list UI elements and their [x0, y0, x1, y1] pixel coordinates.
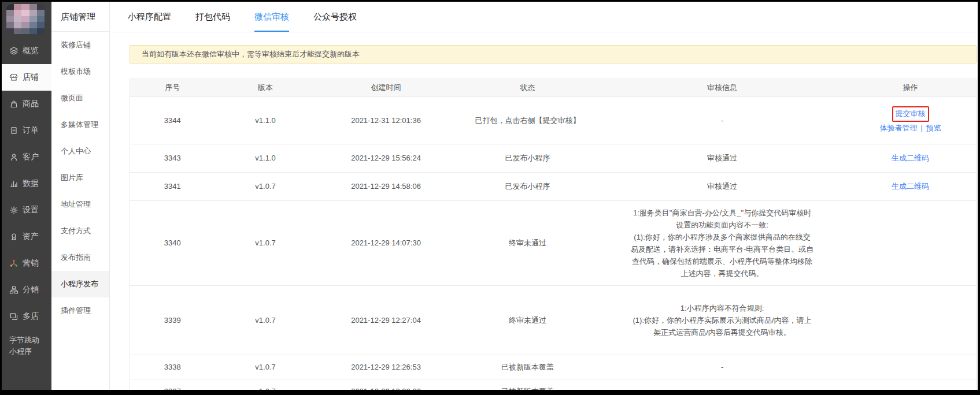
submenu-item[interactable]: 个人中心: [51, 138, 109, 165]
multi-store-icon: [9, 312, 19, 321]
preview-link[interactable]: 预览: [926, 124, 941, 132]
tab-bar: 小程序配置打包代码微信审核公众号授权: [110, 2, 978, 32]
tester-management-link[interactable]: 体验者管理: [879, 124, 917, 132]
actions-cell: 提交审核体验者管理|预览: [845, 96, 976, 144]
annotation-box: 提交审核: [892, 106, 929, 122]
actions-cell: 生成二维码: [845, 172, 976, 200]
audit-cell: -: [600, 355, 845, 379]
submenu-item[interactable]: 多媒体管理: [51, 111, 109, 138]
column-header: 版本: [215, 79, 316, 96]
primary-sidebar: 概览店铺商品订单客户数据设置资产营销分销多店字节跳动小程序: [2, 2, 51, 390]
secondary-nav: 装修店铺模板市场微页面多媒体管理个人中心图片库地址管理支付方式发布指南小程序发布…: [51, 32, 109, 324]
audit-cell: 1:服务类目"商家自营-办公/文具_"与你提交代码审核时 设置的功能页面内容不一…: [600, 200, 845, 285]
submenu-item[interactable]: 支付方式: [51, 218, 109, 244]
version-cell: v1.0.7: [215, 355, 316, 379]
id-cell: 3341: [130, 172, 215, 200]
avatar: [6, 4, 45, 34]
sidebar-item-multi-store[interactable]: 多店: [2, 303, 51, 330]
table-row: 3338v1.0.72021-12-29 12:26:53已被新版本覆盖-: [130, 355, 976, 379]
submenu-item[interactable]: 插件管理: [51, 297, 109, 324]
sidebar-item-bar-chart[interactable]: 数据: [2, 170, 51, 197]
warning-banner-text: 当前如有版本还在微信审核中，需等审核结束后才能提交新的版本: [142, 50, 360, 58]
submenu-item[interactable]: 地址管理: [51, 191, 109, 218]
sidebar-item-customer-person[interactable]: 客户: [2, 144, 51, 170]
version-cell: v1.0.7: [215, 285, 316, 355]
submit-review-link[interactable]: 提交审核: [896, 109, 926, 118]
submenu-title: 店铺管理: [51, 2, 109, 32]
versions-table-wrapper: 序号版本创建时间状态审核信息操作 3344v1.1.02021-12-31 12…: [130, 79, 977, 395]
audit-cell: -: [600, 379, 845, 395]
version-cell: v1.1.0: [215, 96, 316, 144]
sidebar-item-label: 资产: [23, 232, 39, 242]
sidebar-item-bytedance-miniprogram[interactable]: 字节跳动小程序: [2, 330, 51, 357]
actions-cell: [845, 285, 976, 355]
link-separator: |: [920, 124, 922, 132]
sidebar-item-gear[interactable]: 设置: [2, 197, 51, 223]
content-area: 当前如有版本还在微信审核中，需等审核结束后才能提交新的版本 序号版本创建时间状态…: [130, 45, 977, 395]
app-window: 概览店铺商品订单客户数据设置资产营销分销多店字节跳动小程序 店铺管理 装修店铺模…: [0, 0, 980, 395]
table-row: 3341v1.0.72021-12-29 14:58:06已发布小程序审核通过生…: [130, 172, 976, 200]
status-cell: 已打包，点击右侧【提交审核】: [456, 96, 600, 144]
id-cell: 3344: [130, 96, 215, 144]
secondary-sidebar: 店铺管理 装修店铺模板市场微页面多媒体管理个人中心图片库地址管理支付方式发布指南…: [51, 2, 110, 390]
action-line: 生成二维码: [849, 152, 971, 165]
action-line: 生成二维码: [849, 180, 971, 193]
sidebar-item-label: 营销: [23, 258, 39, 269]
id-cell: 3337: [130, 379, 215, 395]
audit-cell: 审核通过: [600, 144, 845, 172]
generate-qrcode-link[interactable]: 生成二维码: [892, 154, 929, 162]
id-cell: 3338: [130, 355, 215, 379]
sidebar-item-goods-bag[interactable]: 商品: [2, 91, 51, 117]
submenu-item[interactable]: 装修店铺: [51, 32, 109, 58]
status-cell: 已被新版本覆盖: [456, 379, 600, 395]
sidebar-item-org-tree[interactable]: 分销: [2, 277, 51, 303]
goods-bag-icon: [9, 99, 19, 109]
actions-cell: [845, 355, 976, 379]
tab-1[interactable]: 小程序配置: [128, 2, 171, 32]
layers-icon: [9, 46, 19, 55]
sidebar-item-label: 分销: [23, 285, 39, 295]
submenu-item[interactable]: 发布指南: [51, 244, 109, 271]
sidebar-item-layers[interactable]: 概览: [2, 38, 51, 64]
tab-2[interactable]: 打包代码: [195, 2, 230, 32]
tab-4[interactable]: 公众号授权: [313, 2, 357, 32]
table-row: 3339v1.0.72021-12-29 12:27:04终审未通过1:小程序内…: [130, 285, 976, 355]
shop-icon: [9, 73, 19, 82]
submenu-item[interactable]: 小程序发布: [51, 271, 109, 297]
sidebar-item-label: 订单: [23, 125, 39, 136]
action-line: 提交审核: [849, 106, 971, 122]
table-row: 3340v1.0.72021-12-29 14:07:30终审未通过1:服务类目…: [130, 200, 976, 285]
status-cell: 终审未通过: [456, 200, 600, 285]
sidebar-item-medal[interactable]: 资产: [2, 223, 51, 250]
id-cell: 3340: [130, 200, 215, 285]
submenu-item[interactable]: 图片库: [51, 165, 109, 191]
medal-icon: [9, 232, 19, 241]
submenu-item[interactable]: 微页面: [51, 85, 109, 111]
sidebar-item-label: 概览: [23, 46, 39, 56]
version-cell: v1.1.0: [215, 144, 316, 172]
column-header: 序号: [130, 79, 215, 96]
audit-cell: 审核通过: [600, 172, 845, 200]
id-cell: 3339: [130, 285, 215, 355]
sidebar-item-label: 商品: [23, 99, 39, 109]
table-header-row: 序号版本创建时间状态审核信息操作: [130, 79, 976, 96]
generate-qrcode-link[interactable]: 生成二维码: [892, 182, 929, 191]
sidebar-item-label: 字节跳动小程序: [9, 334, 43, 357]
marketing-share-icon: [9, 259, 19, 268]
gear-icon: [9, 206, 19, 215]
submenu-item[interactable]: 模板市场: [51, 58, 109, 85]
version-cell: v1.0.7: [215, 200, 316, 285]
tab-3[interactable]: 微信审核: [254, 2, 289, 32]
column-header: 创建时间: [316, 79, 456, 96]
sidebar-item-label: 多店: [23, 311, 39, 322]
table-row: 3344v1.1.02021-12-31 12:01:36已打包，点击右侧【提交…: [130, 96, 976, 144]
sidebar-item-label: 客户: [23, 152, 39, 162]
sidebar-item-marketing-share[interactable]: 营销: [2, 250, 51, 277]
created-cell: 2021-12-29 12:26:36: [316, 379, 456, 395]
warning-banner: 当前如有版本还在微信审核中，需等审核结束后才能提交新的版本: [130, 45, 977, 64]
version-cell: v1.0.7: [215, 379, 316, 395]
sidebar-item-shop[interactable]: 店铺: [2, 64, 51, 91]
created-cell: 2021-12-29 12:27:04: [316, 285, 456, 355]
sidebar-item-order-list[interactable]: 订单: [2, 117, 51, 144]
status-cell: 已被新版本覆盖: [456, 355, 600, 379]
